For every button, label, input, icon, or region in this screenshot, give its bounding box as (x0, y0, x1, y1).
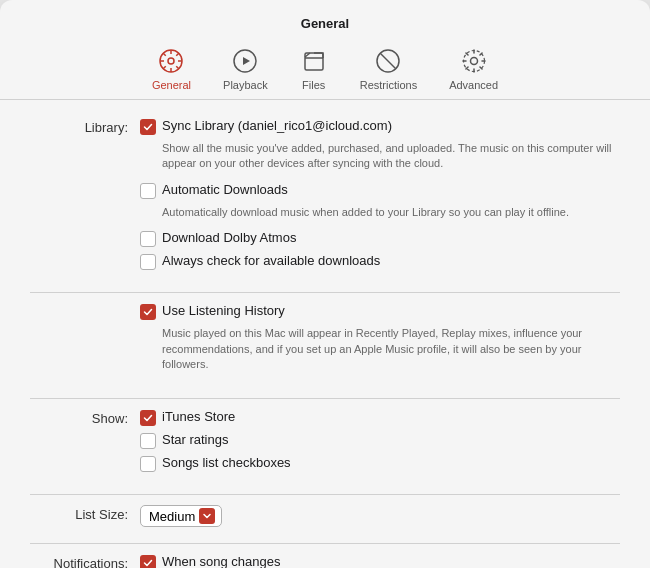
when-song-changes-check-row: When song changes (140, 554, 620, 568)
when-song-changes-label: When song changes (162, 554, 281, 568)
list-size-content: Medium (140, 505, 620, 527)
list-size-section: List Size: Medium (30, 505, 620, 527)
star-ratings-label: Star ratings (162, 432, 228, 449)
listening-history-checkbox[interactable] (140, 304, 156, 320)
show-label: Show: (30, 409, 140, 426)
tab-general[interactable]: General (136, 41, 207, 99)
list-size-value: Medium (149, 509, 195, 524)
notifications-content: When song changes (140, 554, 620, 568)
select-arrow-icon (199, 508, 215, 524)
general-icon (157, 47, 185, 75)
show-section: Show: iTunes Store Star ratings (30, 409, 620, 478)
svg-line-9 (163, 66, 166, 69)
tab-playback[interactable]: Playback (207, 41, 284, 99)
auto-downloads-label: Automatic Downloads (162, 182, 288, 199)
tab-general-label: General (152, 79, 191, 91)
notifications-row: Notifications: When song changes (30, 554, 620, 568)
tab-restrictions-label: Restrictions (360, 79, 417, 91)
sync-library-check-row: Sync Library (daniel_rico1@icloud.com) (140, 118, 620, 135)
star-ratings-checkbox[interactable] (140, 433, 156, 449)
sync-library-row: Library: Sync Library (daniel_rico1@iclo… (30, 118, 620, 276)
show-row: Show: iTunes Store Star ratings (30, 409, 620, 478)
preferences-dialog: General General (0, 0, 650, 568)
listening-history-check-row: Use Listening History (140, 303, 620, 320)
tab-playback-label: Playback (223, 79, 268, 91)
svg-line-8 (177, 53, 180, 56)
tab-advanced[interactable]: Advanced (433, 41, 514, 99)
divider-3 (30, 494, 620, 495)
dolby-atmos-check-row: Download Dolby Atmos (140, 230, 620, 247)
svg-marker-11 (243, 57, 250, 65)
dialog-title: General (0, 0, 650, 31)
always-check-row: Always check for available downloads (140, 253, 620, 270)
sync-library-checkbox[interactable] (140, 119, 156, 135)
listening-history-content: Use Listening History Music played on th… (140, 303, 620, 382)
when-song-changes-checkbox[interactable] (140, 555, 156, 568)
files-icon (300, 47, 328, 75)
notifications-section: Notifications: When song changes (30, 554, 620, 568)
divider-2 (30, 398, 620, 399)
list-size-select[interactable]: Medium (140, 505, 222, 527)
always-check-label: Always check for available downloads (162, 253, 380, 270)
show-content: iTunes Store Star ratings Songs list che… (140, 409, 620, 478)
toolbar: General Playback Files (0, 31, 650, 100)
list-size-row: List Size: Medium (30, 505, 620, 527)
tab-files-label: Files (302, 79, 325, 91)
songs-list-checkbox[interactable] (140, 456, 156, 472)
sync-library-desc: Show all the music you've added, purchas… (162, 141, 620, 172)
svg-line-14 (380, 53, 396, 69)
content-area: Library: Sync Library (daniel_rico1@iclo… (0, 100, 650, 568)
tab-restrictions[interactable]: Restrictions (344, 41, 433, 99)
sync-library-content: Sync Library (daniel_rico1@icloud.com) S… (140, 118, 620, 276)
listening-history-empty-label (30, 303, 140, 305)
svg-line-6 (163, 53, 166, 56)
library-section: Library: Sync Library (daniel_rico1@iclo… (30, 118, 620, 276)
sync-library-label: Sync Library (daniel_rico1@icloud.com) (162, 118, 392, 135)
title-text: General (301, 16, 349, 31)
restrictions-icon (374, 47, 402, 75)
songs-list-label: Songs list checkboxes (162, 455, 291, 472)
divider-1 (30, 292, 620, 293)
auto-downloads-desc: Automatically download music when added … (162, 205, 620, 220)
itunes-store-check-row: iTunes Store (140, 409, 620, 426)
tab-advanced-label: Advanced (449, 79, 498, 91)
star-ratings-check-row: Star ratings (140, 432, 620, 449)
divider-4 (30, 543, 620, 544)
auto-downloads-check-row: Automatic Downloads (140, 182, 620, 199)
listening-history-row: Use Listening History Music played on th… (30, 303, 620, 382)
listening-history-desc: Music played on this Mac will appear in … (162, 326, 620, 372)
list-size-label: List Size: (30, 505, 140, 522)
dolby-atmos-label: Download Dolby Atmos (162, 230, 296, 247)
auto-downloads-checkbox[interactable] (140, 183, 156, 199)
songs-list-check-row: Songs list checkboxes (140, 455, 620, 472)
always-check-checkbox[interactable] (140, 254, 156, 270)
itunes-store-checkbox[interactable] (140, 410, 156, 426)
svg-point-1 (168, 58, 174, 64)
library-label: Library: (30, 118, 140, 135)
dolby-atmos-checkbox[interactable] (140, 231, 156, 247)
tab-files[interactable]: Files (284, 41, 344, 99)
notifications-label: Notifications: (30, 554, 140, 568)
itunes-store-label: iTunes Store (162, 409, 235, 426)
svg-line-7 (177, 66, 180, 69)
playback-icon (231, 47, 259, 75)
listening-history-label: Use Listening History (162, 303, 285, 320)
svg-point-15 (470, 58, 477, 65)
advanced-icon (460, 47, 488, 75)
listening-history-section: Use Listening History Music played on th… (30, 303, 620, 382)
